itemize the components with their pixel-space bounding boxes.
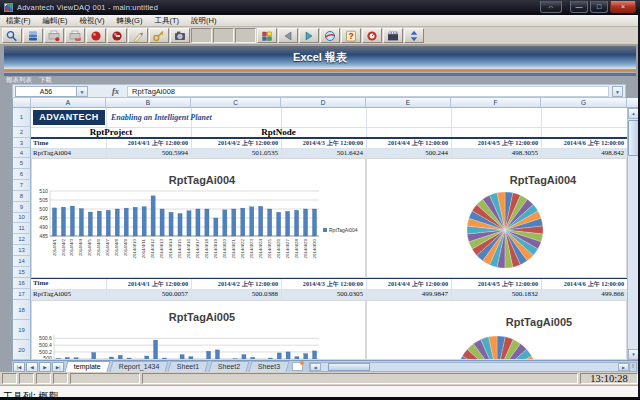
- maximize-button[interactable]: □: [590, 1, 608, 13]
- row-number-18[interactable]: 18: [13, 300, 31, 320]
- cell-date1-4[interactable]: 2014/4/5 上午 12:00:00: [451, 138, 541, 148]
- row-number-8[interactable]: 8: [13, 191, 31, 202]
- cell-ai005-1[interactable]: 500.0388: [191, 289, 281, 300]
- row-number-3[interactable]: 3: [13, 138, 31, 148]
- cell-ai005-3[interactable]: 499.9847: [366, 289, 451, 300]
- cell-date2-0[interactable]: 2014/4/1 上午 12:00:00: [106, 278, 191, 289]
- row-number-9[interactable]: 9: [13, 202, 31, 213]
- cell-date2-4[interactable]: 2014/4/5 上午 12:00:00: [451, 278, 541, 289]
- cell-date2-2[interactable]: 2014/4/3 上午 12:00:00: [281, 278, 366, 289]
- menu-item-4[interactable]: 工具(T): [148, 15, 185, 26]
- close-button[interactable]: ×: [610, 1, 636, 13]
- row-number-10[interactable]: 10: [13, 213, 31, 224]
- first-sheet-icon[interactable]: |◀: [13, 362, 25, 372]
- sheet-tab-Sheet3[interactable]: Sheet3: [248, 361, 289, 372]
- toolbar-button-print-chart[interactable]: [65, 28, 85, 43]
- toolbar-button-updown[interactable]: [404, 28, 424, 43]
- cell-ai005-4[interactable]: 500.1832: [451, 289, 541, 300]
- select-all-corner[interactable]: [13, 98, 31, 108]
- minimize-button[interactable]: —: [570, 1, 588, 13]
- cell-ai004-5[interactable]: 498.842: [541, 148, 627, 158]
- cell-date1-0[interactable]: 2014/4/1 上午 12:00:00: [106, 138, 191, 148]
- cell-rpttagai005[interactable]: RptTagAi005: [33, 289, 105, 300]
- last-sheet-icon[interactable]: ▶|: [52, 362, 64, 372]
- toolbar-button-snapshot[interactable]: [170, 28, 190, 43]
- scroll-down-icon[interactable]: ▼: [628, 349, 638, 360]
- cell-ai005-0[interactable]: 500.0057: [106, 289, 191, 300]
- prev-sheet-icon[interactable]: ◀: [26, 362, 38, 372]
- row-number-13[interactable]: 13: [13, 245, 31, 256]
- menu-item-1[interactable]: 編輯(E): [37, 15, 74, 26]
- menu-item-5[interactable]: 說明(H): [185, 15, 222, 26]
- column-header-F[interactable]: F: [451, 98, 541, 108]
- row-number-2[interactable]: 2: [13, 127, 31, 138]
- vertical-scrollbar[interactable]: ▲▼: [627, 108, 638, 360]
- cell-date1-1[interactable]: 2014/4/2 上午 12:00:00: [191, 138, 281, 148]
- row-number-15[interactable]: 15: [13, 267, 31, 278]
- cell-date2-1[interactable]: 2014/4/2 上午 12:00:00: [191, 278, 281, 289]
- toolbar-button-pen[interactable]: [128, 28, 148, 43]
- vertical-scroll-thumb[interactable]: [628, 120, 638, 156]
- row-number-7[interactable]: 7: [13, 180, 31, 191]
- next-sheet-icon[interactable]: ▶: [39, 362, 51, 372]
- toolbar-button-zoom[interactable]: [2, 28, 22, 43]
- row-number-14[interactable]: 14: [13, 256, 31, 267]
- cell-ai004-2[interactable]: 501.6424: [281, 148, 366, 158]
- toolbar-button-palette[interactable]: [257, 28, 277, 43]
- toolbar-button-help[interactable]: ?: [341, 28, 361, 43]
- toolbar-button-back[interactable]: [278, 28, 298, 43]
- row-number-1[interactable]: 1: [13, 108, 31, 127]
- cell-ai005-2[interactable]: 500.0305: [281, 289, 366, 300]
- cell-date2-5[interactable]: 2014/4/6 上午 12:00:00: [541, 278, 627, 289]
- sheet-tab-Sheet1[interactable]: Sheet1: [168, 361, 209, 372]
- menu-item-0[interactable]: 檔案(F): [0, 15, 37, 26]
- cell-date1-5[interactable]: 2014/4/6 上午 12:00:00: [541, 138, 627, 148]
- column-header-C[interactable]: C: [191, 98, 281, 108]
- cell-date1-2[interactable]: 2014/4/3 上午 12:00:00: [281, 138, 366, 148]
- row-number-5[interactable]: 5: [13, 158, 31, 169]
- row-number-17[interactable]: 17: [13, 289, 31, 300]
- cell-ai004-0[interactable]: 500.5994: [106, 148, 191, 158]
- sheet-tab-template[interactable]: template: [64, 361, 110, 372]
- tab-split-handle[interactable]: ‖: [629, 363, 636, 371]
- scroll-left-icon[interactable]: ◀: [310, 363, 321, 371]
- name-box-dropdown-icon[interactable]: ▼: [77, 86, 88, 97]
- expand-formula-bar-icon[interactable]: ▼: [612, 86, 623, 97]
- column-header-D[interactable]: D: [281, 98, 366, 108]
- toolbar-button-media[interactable]: [383, 28, 403, 43]
- row-number-20[interactable]: 20: [13, 340, 31, 360]
- toolbar-button-record-alt[interactable]: [107, 28, 127, 43]
- column-header-A[interactable]: A: [31, 98, 106, 108]
- toolbar-button-forward[interactable]: [299, 28, 319, 43]
- toggle-menu-button[interactable]: ⇔: [540, 1, 562, 13]
- scroll-up-icon[interactable]: ▲: [628, 108, 638, 119]
- insert-worksheet-icon[interactable]: [292, 362, 303, 371]
- cell-rpttagai004[interactable]: RptTagAi004: [33, 148, 105, 158]
- cell-ai004-4[interactable]: 498.3055: [451, 148, 541, 158]
- sheet-tab-Report_1434[interactable]: Report_1434: [109, 361, 169, 372]
- row-number-4[interactable]: 4: [13, 148, 31, 158]
- report-link-0[interactable]: 報表列表: [6, 76, 32, 84]
- row-number-6[interactable]: 6: [13, 169, 31, 180]
- toolbar-button-key[interactable]: [149, 28, 169, 43]
- toolbar-button-record[interactable]: [86, 28, 106, 43]
- spreadsheet[interactable]: ABCDEFG1234567891011121314151617181920AD…: [12, 98, 638, 360]
- cell-date1-3[interactable]: 2014/4/4 上午 12:00:00: [366, 138, 451, 148]
- horizontal-scrollbar[interactable]: ◀ ▶ ‖: [309, 362, 637, 372]
- cell-ai004-1[interactable]: 501.0535: [191, 148, 281, 158]
- row-number-16[interactable]: 16: [13, 278, 31, 289]
- column-header-B[interactable]: B: [106, 98, 191, 108]
- row-number-11[interactable]: 11: [13, 223, 31, 234]
- toolbar-button-print-report[interactable]: [44, 28, 64, 43]
- row-number-12[interactable]: 12: [13, 234, 31, 245]
- horizontal-scroll-thumb[interactable]: [328, 363, 370, 371]
- cell-date2-3[interactable]: 2014/4/4 上午 12:00:00: [366, 278, 451, 289]
- menu-item-3[interactable]: 轉換(G): [111, 15, 149, 26]
- report-link-1[interactable]: 下載: [39, 76, 52, 84]
- cell-name-box[interactable]: A56: [15, 86, 77, 97]
- row-number-19[interactable]: 19: [13, 320, 31, 340]
- cell-ai005-5[interactable]: 499.866: [541, 289, 627, 300]
- column-header-G[interactable]: G: [541, 98, 627, 108]
- toolbar-button-web[interactable]: [320, 28, 340, 43]
- rptnode-header[interactable]: RptNode: [191, 127, 366, 138]
